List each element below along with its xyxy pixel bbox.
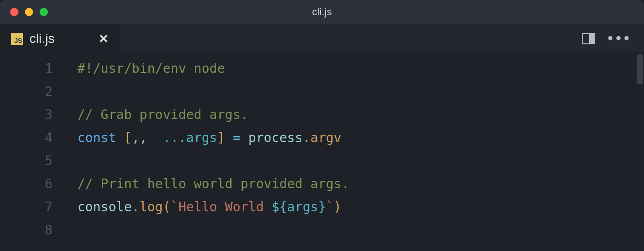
- code-line[interactable]: [77, 149, 644, 173]
- close-window-button[interactable]: [10, 8, 18, 16]
- more-actions-icon[interactable]: •••: [607, 33, 631, 45]
- window-controls: [10, 8, 48, 16]
- tab-label: cli.js: [29, 31, 54, 46]
- javascript-file-icon: JS: [11, 33, 23, 45]
- tab-bar: JS cli.js ✕ •••: [0, 24, 644, 54]
- scrollbar-thumb[interactable]: [637, 54, 643, 84]
- line-number: 7: [0, 196, 74, 219]
- tab-bar-empty: [120, 24, 569, 53]
- line-number: 8: [0, 219, 74, 242]
- code-line[interactable]: console.log(`Hello World ${args}`): [77, 196, 644, 219]
- line-number: 2: [0, 80, 74, 103]
- code-line[interactable]: [77, 219, 644, 242]
- close-tab-button[interactable]: ✕: [99, 33, 109, 45]
- code-area[interactable]: #!/usr/bin/env node // Grab provided arg…: [74, 54, 644, 251]
- zoom-window-button[interactable]: [40, 8, 48, 16]
- code-line[interactable]: #!/usr/bin/env node: [77, 57, 644, 80]
- code-line[interactable]: const [,, ...args] = process.argv: [77, 126, 644, 149]
- line-number: 5: [0, 149, 74, 173]
- titlebar: cli.js: [0, 0, 644, 24]
- code-line[interactable]: [77, 80, 644, 103]
- code-editor[interactable]: 12345678 #!/usr/bin/env node // Grab pro…: [0, 54, 644, 251]
- tab-cli-js[interactable]: JS cli.js ✕: [0, 24, 120, 53]
- line-number: 6: [0, 173, 74, 196]
- split-editor-icon[interactable]: [582, 33, 595, 44]
- line-number: 4: [0, 126, 74, 149]
- code-line[interactable]: // Print hello world provided args.: [77, 173, 644, 196]
- editor-actions: •••: [569, 24, 644, 53]
- line-number: 3: [0, 103, 74, 126]
- minimize-window-button[interactable]: [25, 8, 33, 16]
- line-number: 1: [0, 57, 74, 80]
- code-line[interactable]: // Grab provided args.: [77, 103, 644, 126]
- line-number-gutter: 12345678: [0, 54, 74, 251]
- window-title: cli.js: [0, 6, 644, 18]
